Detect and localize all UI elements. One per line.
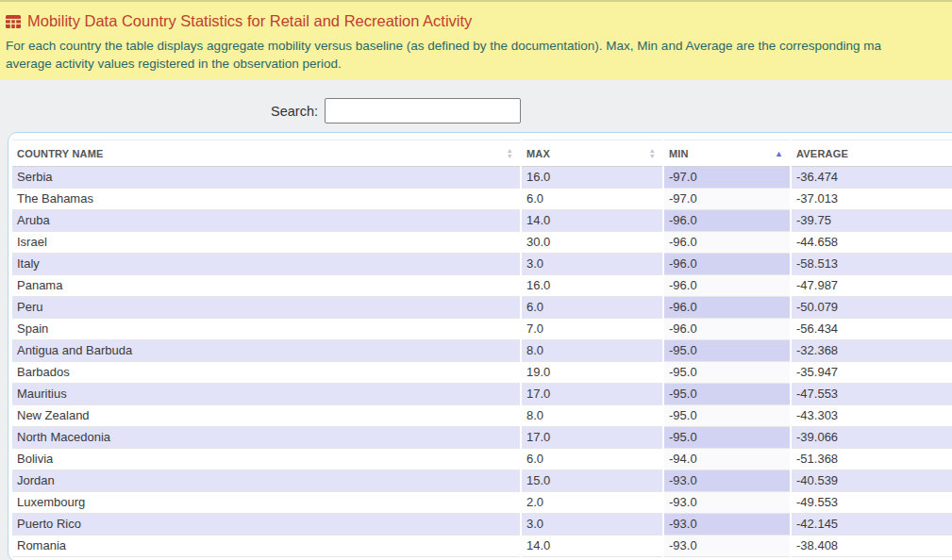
cell-country: Spain bbox=[12, 319, 520, 340]
cell-max: 14.0 bbox=[522, 210, 662, 232]
search-input[interactable] bbox=[325, 98, 521, 124]
column-label: MIN bbox=[669, 148, 689, 159]
cell-country: Bolivia bbox=[12, 449, 520, 470]
cell-max: 3.0 bbox=[522, 254, 662, 275]
cell-country: Panama bbox=[12, 275, 520, 297]
cell-average: -44.658 bbox=[792, 232, 952, 254]
cell-max: 8.0 bbox=[522, 340, 662, 362]
cell-min: -93.0 bbox=[664, 492, 790, 514]
cell-country: Luxembourg bbox=[12, 492, 520, 514]
table-row: Spain7.0-96.0-56.434 bbox=[12, 319, 952, 340]
sort-ascending-icon: ▲ bbox=[775, 149, 783, 157]
cell-max: 14.0 bbox=[522, 535, 662, 557]
cell-country: Israel bbox=[12, 232, 520, 254]
cell-average: -36.474 bbox=[792, 167, 952, 189]
table-row: Jordan15.0-93.0-40.539 bbox=[12, 470, 952, 492]
table-row: Israel30.0-96.0-44.658 bbox=[12, 232, 952, 254]
search-row: Search: bbox=[0, 80, 952, 132]
cell-average: -43.303 bbox=[792, 405, 952, 427]
column-header-country-name[interactable]: COUNTRY NAME ▲▼ bbox=[12, 140, 520, 167]
table-row: Barbados19.0-95.0-35.947 bbox=[12, 362, 952, 384]
cell-min: -93.0 bbox=[664, 535, 790, 557]
description-line-1: For each country the table displays aggr… bbox=[6, 37, 952, 55]
cell-country: Puerto Rico bbox=[12, 514, 520, 535]
cell-max: 7.0 bbox=[522, 319, 662, 340]
cell-min: -97.0 bbox=[664, 189, 790, 210]
cell-country: Mauritius bbox=[12, 384, 520, 405]
cell-min: -94.0 bbox=[664, 449, 790, 470]
cell-max: 19.0 bbox=[522, 362, 662, 384]
table-row: Luxembourg2.0-93.0-49.553 bbox=[12, 492, 952, 514]
cell-min: -93.0 bbox=[664, 470, 790, 492]
table-row: Panama16.0-96.0-47.987 bbox=[12, 275, 952, 297]
column-label: COUNTRY NAME bbox=[17, 148, 104, 159]
cell-average: -50.079 bbox=[792, 297, 952, 319]
cell-max: 16.0 bbox=[522, 167, 662, 189]
cell-average: -40.539 bbox=[792, 470, 952, 492]
cell-min: -96.0 bbox=[664, 232, 790, 254]
cell-min: -96.0 bbox=[664, 319, 790, 340]
cell-min: -96.0 bbox=[664, 275, 790, 297]
table-row: Antigua and Barbuda8.0-95.0-32.368 bbox=[12, 340, 952, 362]
cell-average: -56.434 bbox=[792, 319, 952, 340]
table-row: Mauritius17.0-95.0-47.553 bbox=[12, 384, 952, 405]
cell-max: 2.0 bbox=[522, 492, 662, 514]
title-row: Mobility Data Country Statistics for Ret… bbox=[6, 12, 952, 30]
cell-country: North Macedonia bbox=[12, 427, 520, 449]
cell-average: -58.513 bbox=[792, 254, 952, 275]
cell-average: -51.368 bbox=[792, 449, 952, 470]
cell-max: 8.0 bbox=[522, 405, 662, 427]
table-body: Serbia16.0-97.0-36.474The Bahamas6.0-97.… bbox=[12, 167, 952, 557]
table-row: Italy3.0-96.0-58.513 bbox=[12, 254, 952, 275]
cell-average: -47.987 bbox=[792, 275, 952, 297]
cell-min: -95.0 bbox=[664, 340, 790, 362]
table-row: Serbia16.0-97.0-36.474 bbox=[12, 167, 952, 189]
cell-country: New Zealand bbox=[12, 405, 520, 427]
cell-min: -96.0 bbox=[664, 254, 790, 275]
cell-min: -93.0 bbox=[664, 514, 790, 535]
table-row: North Macedonia17.0-95.0-39.066 bbox=[12, 427, 952, 449]
table-row: New Zealand8.0-95.0-43.303 bbox=[12, 405, 952, 427]
column-header-max[interactable]: MAX ▲▼ bbox=[522, 140, 662, 167]
table-row: Peru6.0-96.0-50.079 bbox=[12, 297, 952, 319]
table-row: Romania14.0-93.0-38.408 bbox=[12, 535, 952, 557]
cell-average: -49.553 bbox=[792, 492, 952, 514]
table-row: The Bahamas6.0-97.0-37.013 bbox=[12, 189, 952, 210]
column-label: MAX bbox=[526, 148, 550, 159]
cell-country: The Bahamas bbox=[12, 189, 520, 210]
table-row: Aruba14.0-96.0-39.75 bbox=[12, 210, 952, 232]
cell-min: -97.0 bbox=[664, 167, 790, 189]
page-title: Mobility Data Country Statistics for Ret… bbox=[27, 12, 472, 30]
info-banner: Mobility Data Country Statistics for Ret… bbox=[0, 0, 952, 80]
column-label: AVERAGE bbox=[796, 148, 848, 159]
cell-max: 17.0 bbox=[522, 384, 662, 405]
table-card: COUNTRY NAME ▲▼ MAX ▲▼ MIN ▲ AVERAGE ▲▼ bbox=[8, 132, 952, 560]
cell-country: Serbia bbox=[12, 167, 520, 189]
sort-both-icon: ▲▼ bbox=[649, 148, 656, 159]
cell-max: 17.0 bbox=[522, 427, 662, 449]
cell-max: 3.0 bbox=[522, 514, 662, 535]
cell-min: -96.0 bbox=[664, 210, 790, 232]
cell-average: -47.553 bbox=[792, 384, 952, 405]
country-stats-table: COUNTRY NAME ▲▼ MAX ▲▼ MIN ▲ AVERAGE ▲▼ bbox=[10, 140, 952, 557]
page: Mobility Data Country Statistics for Ret… bbox=[0, 0, 952, 560]
cell-max: 30.0 bbox=[522, 232, 662, 254]
cell-min: -95.0 bbox=[664, 384, 790, 405]
cell-max: 6.0 bbox=[522, 297, 662, 319]
cell-min: -95.0 bbox=[664, 405, 790, 427]
cell-max: 16.0 bbox=[522, 275, 662, 297]
cell-max: 6.0 bbox=[522, 189, 662, 210]
table-icon bbox=[6, 15, 21, 28]
cell-average: -42.145 bbox=[792, 514, 952, 535]
table-row: Puerto Rico3.0-93.0-42.145 bbox=[12, 514, 952, 535]
table-row: Bolivia6.0-94.0-51.368 bbox=[12, 449, 952, 470]
cell-country: Aruba bbox=[12, 210, 520, 232]
column-header-min[interactable]: MIN ▲ bbox=[664, 140, 790, 167]
description-line-2: average activity values registered in th… bbox=[6, 55, 952, 73]
cell-country: Peru bbox=[12, 297, 520, 319]
cell-average: -37.013 bbox=[792, 189, 952, 210]
column-header-average[interactable]: AVERAGE ▲▼ bbox=[792, 140, 952, 167]
cell-average: -32.368 bbox=[792, 340, 952, 362]
table-header: COUNTRY NAME ▲▼ MAX ▲▼ MIN ▲ AVERAGE ▲▼ bbox=[12, 140, 952, 167]
cell-average: -39.75 bbox=[792, 210, 952, 232]
